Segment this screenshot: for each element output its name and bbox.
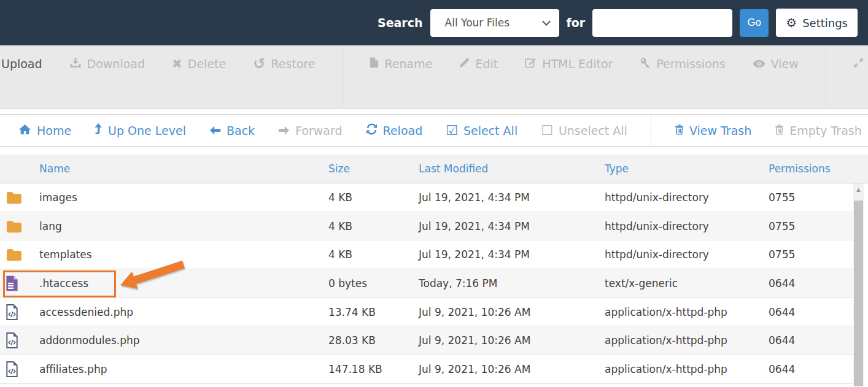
reload-icon: [366, 123, 378, 137]
toolbar-item-restore[interactable]: ↺ Restore: [253, 53, 315, 74]
go-button[interactable]: Go: [740, 9, 769, 37]
download-icon: [69, 57, 82, 71]
column-header-last-modified[interactable]: Last Modified: [417, 163, 605, 175]
table-header: Name Size Last Modified Type Permissions: [0, 155, 868, 183]
view-icon: [753, 57, 765, 71]
gear-icon: ⚙: [786, 17, 797, 29]
back-arrow-icon: [209, 124, 221, 137]
table-row-templates[interactable]: templates 4 KB Jul 19, 2021, 4:34 PM htt…: [0, 240, 853, 269]
nav-item-reload[interactable]: Reload: [366, 123, 423, 137]
trash-icon: [675, 124, 684, 137]
table-row-addonmodules-php[interactable]: addonmodules.php 28.03 KB Jul 9, 2021, 1…: [0, 326, 853, 355]
spacer: [0, 109, 868, 114]
rename-icon: [370, 57, 379, 71]
navigation-toolbar: Home Up One Level Back Forward Reload ☑ …: [0, 114, 868, 147]
table-row-htaccess[interactable]: .htaccess 0 bytes Today, 7:16 PM text/x-…: [0, 269, 853, 298]
extract-icon: [853, 57, 864, 71]
table-row-affiliates-php[interactable]: affiliates.php 147.18 KB Jul 9, 2021, 10…: [0, 355, 853, 384]
toolbar-item-html-editor[interactable]: HTML Editor: [525, 53, 613, 74]
divider: [342, 48, 343, 107]
file-action-toolbar: Upload Download ✖ Delete ↺ Restore Renam…: [0, 45, 868, 109]
table-row-lang[interactable]: lang 4 KB Jul 19, 2021, 4:34 PM httpd/un…: [0, 212, 853, 241]
chevron-down-icon: [541, 17, 550, 25]
nav-item-unselect-all[interactable]: ☐ Unselect All: [541, 124, 627, 137]
toolbar-item-rename[interactable]: Rename: [370, 53, 432, 74]
toolbar-item-permissions[interactable]: Permissions: [640, 53, 725, 74]
column-header-permissions[interactable]: Permissions: [767, 163, 868, 175]
divider: [826, 48, 826, 107]
scrollbar-thumb[interactable]: [854, 201, 863, 386]
search-scope-value: All Your Files: [445, 17, 510, 29]
nav-item-home[interactable]: Home: [18, 124, 71, 137]
column-header-size[interactable]: Size: [319, 163, 417, 175]
nav-item-forward[interactable]: Forward: [278, 124, 342, 137]
trash-icon: [775, 124, 784, 137]
search-scope-select[interactable]: All Your Files: [430, 9, 559, 37]
restore-icon: ↺: [253, 56, 265, 71]
divider: [651, 115, 651, 146]
unselect-all-icon: ☐: [541, 124, 553, 137]
toolbar-item-extract[interactable]: Extract: [853, 53, 868, 74]
home-icon: [18, 124, 31, 137]
nav-item-empty-trash[interactable]: Empty Trash: [775, 124, 862, 137]
php-file-icon: [0, 332, 39, 348]
php-file-icon: [0, 304, 39, 320]
toolbar-item-delete[interactable]: ✖ Delete: [172, 53, 226, 74]
select-all-icon: ☑: [446, 124, 458, 137]
html-editor-icon: [525, 57, 537, 71]
search-label: Search: [378, 16, 423, 29]
folder-icon: [0, 220, 39, 233]
permissions-icon: [640, 57, 651, 71]
top-search-bar: Search All Your Files for Go ⚙ Settings: [0, 0, 868, 45]
nav-item-up-one-level[interactable]: Up One Level: [95, 123, 186, 137]
up-one-level-icon: [95, 123, 103, 137]
folder-icon: [0, 248, 39, 261]
column-header-type[interactable]: Type: [605, 163, 767, 175]
settings-label: Settings: [802, 17, 848, 29]
nav-item-select-all[interactable]: ☑ Select All: [446, 124, 517, 137]
scroll-up-button[interactable]: ▲: [853, 183, 864, 195]
for-label: for: [567, 16, 586, 29]
delete-icon: ✖: [172, 57, 182, 71]
vertical-scrollbar[interactable]: ▲: [853, 183, 864, 387]
table-row-images[interactable]: images 4 KB Jul 19, 2021, 4:34 PM httpd/…: [0, 183, 853, 212]
search-input[interactable]: [592, 9, 732, 37]
forward-arrow-icon: [278, 124, 290, 137]
toolbar-item-upload[interactable]: Upload: [1, 53, 42, 74]
edit-icon: [459, 57, 470, 71]
spacer: [0, 147, 868, 155]
toolbar-item-download[interactable]: Download: [69, 53, 145, 74]
settings-button[interactable]: ⚙ Settings: [776, 9, 858, 37]
text-file-icon: [0, 275, 39, 291]
folder-icon: [0, 191, 39, 204]
toolbar-item-edit[interactable]: Edit: [459, 53, 498, 74]
toolbar-item-view[interactable]: View: [753, 53, 799, 74]
nav-item-back[interactable]: Back: [209, 124, 255, 137]
column-header-name[interactable]: Name: [39, 163, 319, 175]
file-manager: Search All Your Files for Go ⚙ Settings …: [0, 0, 868, 387]
file-list: images 4 KB Jul 19, 2021, 4:34 PM httpd/…: [0, 183, 868, 384]
php-file-icon: [0, 361, 39, 377]
table-row-accessdenied-php[interactable]: accessdenied.php 13.74 KB Jul 9, 2021, 1…: [0, 298, 853, 327]
nav-item-view-trash[interactable]: View Trash: [675, 124, 751, 137]
